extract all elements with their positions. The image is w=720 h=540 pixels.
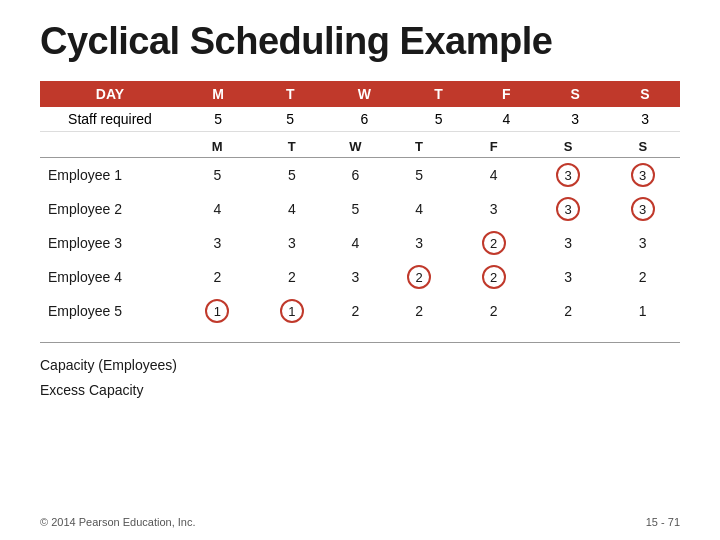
emp4-f: 2 [456, 260, 531, 294]
sub-col-0: M [180, 136, 255, 158]
emp4-t2: 2 [382, 260, 457, 294]
circle-emp2-s1: 3 [556, 197, 580, 221]
header-col-6: S [610, 81, 680, 107]
staff-val-3: 5 [405, 107, 473, 132]
circle-emp3-f: 2 [482, 231, 506, 255]
emp5-m: 1 [180, 294, 255, 328]
header-col-1: T [256, 81, 324, 107]
emp4-m: 2 [180, 260, 255, 294]
footer-left: © 2014 Pearson Education, Inc. [40, 516, 195, 528]
employee-table: M T W T F S S Employee 1 5 5 6 5 4 3 3 [40, 136, 680, 328]
page: Cyclical Scheduling Example DAY M T W T … [0, 0, 720, 540]
staff-val-2: 6 [324, 107, 405, 132]
circle-emp4-t2: 2 [407, 265, 431, 289]
staff-val-6: 3 [610, 107, 680, 132]
employee-name-3: Employee 3 [40, 226, 180, 260]
emp3-m: 3 [180, 226, 255, 260]
circle-emp5-m: 1 [205, 299, 229, 323]
employee-name-4: Employee 4 [40, 260, 180, 294]
emp2-s1: 3 [531, 192, 606, 226]
employee-row-1: Employee 1 5 5 6 5 4 3 3 [40, 158, 680, 193]
emp3-w: 4 [329, 226, 382, 260]
header-col-3: T [405, 81, 473, 107]
staff-val-1: 5 [256, 107, 324, 132]
circle-emp5-t: 1 [280, 299, 304, 323]
emp5-t: 1 [255, 294, 330, 328]
circle-emp2-s2: 3 [631, 197, 655, 221]
emp3-t: 3 [255, 226, 330, 260]
employee-name-2: Employee 2 [40, 192, 180, 226]
staff-val-5: 3 [540, 107, 610, 132]
divider [40, 342, 680, 343]
emp1-s1: 3 [531, 158, 606, 193]
circle-emp1-s2: 3 [631, 163, 655, 187]
emp1-w: 6 [329, 158, 382, 193]
emp5-s1: 2 [531, 294, 606, 328]
sub-col-4: F [456, 136, 531, 158]
emp1-t: 5 [255, 158, 330, 193]
emp3-f: 2 [456, 226, 531, 260]
emp2-s2: 3 [605, 192, 680, 226]
emp3-t2: 3 [382, 226, 457, 260]
emp1-s2: 3 [605, 158, 680, 193]
employee-row-2: Employee 2 4 4 5 4 3 3 3 [40, 192, 680, 226]
emp5-w: 2 [329, 294, 382, 328]
employee-name-5: Employee 5 [40, 294, 180, 328]
emp5-s2: 1 [605, 294, 680, 328]
emp5-t2: 2 [382, 294, 457, 328]
emp2-t2: 4 [382, 192, 457, 226]
sub-col-1: T [255, 136, 330, 158]
emp1-f: 4 [456, 158, 531, 193]
header-col-4: F [472, 81, 540, 107]
footer: © 2014 Pearson Education, Inc. 15 - 71 [40, 516, 680, 528]
employee-row-3: Employee 3 3 3 4 3 2 3 3 [40, 226, 680, 260]
sub-col-6: S [605, 136, 680, 158]
employee-name-1: Employee 1 [40, 158, 180, 193]
employee-row-4: Employee 4 2 2 3 2 2 3 2 [40, 260, 680, 294]
excess-label: Excess Capacity [40, 378, 680, 403]
emp2-f: 3 [456, 192, 531, 226]
header-col-2: W [324, 81, 405, 107]
day-label: DAY [40, 81, 180, 107]
empty-header [40, 136, 180, 158]
employee-row-5: Employee 5 1 1 2 2 2 2 1 [40, 294, 680, 328]
emp1-t2: 5 [382, 158, 457, 193]
sub-col-3: T [382, 136, 457, 158]
emp4-s1: 3 [531, 260, 606, 294]
staff-val-0: 5 [180, 107, 256, 132]
emp5-f: 2 [456, 294, 531, 328]
emp2-m: 4 [180, 192, 255, 226]
header-table: DAY M T W T F S S Staff required 5 5 6 5… [40, 81, 680, 132]
staff-label: Staff required [40, 107, 180, 132]
footer-right: 15 - 71 [646, 516, 680, 528]
emp4-s2: 2 [605, 260, 680, 294]
emp2-t: 4 [255, 192, 330, 226]
emp3-s2: 3 [605, 226, 680, 260]
capacity-label: Capacity (Employees) [40, 353, 680, 378]
sub-col-2: W [329, 136, 382, 158]
emp4-t: 2 [255, 260, 330, 294]
emp1-m: 5 [180, 158, 255, 193]
circle-emp4-f: 2 [482, 265, 506, 289]
page-title: Cyclical Scheduling Example [40, 20, 680, 63]
header-col-0: M [180, 81, 256, 107]
bottom-labels: Capacity (Employees) Excess Capacity [40, 353, 680, 403]
emp3-s1: 3 [531, 226, 606, 260]
header-col-5: S [540, 81, 610, 107]
staff-val-4: 4 [472, 107, 540, 132]
emp2-w: 5 [329, 192, 382, 226]
emp4-w: 3 [329, 260, 382, 294]
circle-emp1-s1: 3 [556, 163, 580, 187]
sub-col-5: S [531, 136, 606, 158]
